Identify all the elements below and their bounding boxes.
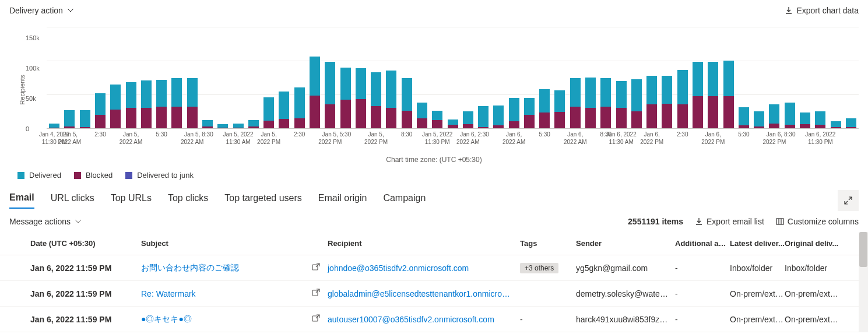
bar[interactable] xyxy=(846,27,856,128)
bar[interactable] xyxy=(171,27,182,128)
th-additional[interactable]: Additional act... xyxy=(675,239,730,248)
swatch-delivered xyxy=(17,172,24,179)
bar[interactable] xyxy=(739,27,749,128)
bar[interactable] xyxy=(708,27,718,128)
swatch-junk xyxy=(125,172,132,179)
bar[interactable] xyxy=(493,27,504,128)
tab-email[interactable]: Email xyxy=(9,192,34,209)
bar[interactable] xyxy=(600,27,611,128)
bar[interactable] xyxy=(524,27,535,128)
bar[interactable] xyxy=(631,27,642,128)
bar[interactable] xyxy=(585,27,596,128)
bar[interactable] xyxy=(693,27,703,128)
bar[interactable] xyxy=(95,27,106,128)
bar[interactable] xyxy=(356,27,366,128)
bar[interactable] xyxy=(126,27,136,128)
tag-badge[interactable]: +3 others xyxy=(520,263,558,273)
bar[interactable] xyxy=(554,27,565,128)
bar[interactable] xyxy=(800,27,810,128)
scrollbar-thumb[interactable] xyxy=(859,232,867,267)
dropdown-label: Delivery action xyxy=(9,6,63,15)
bar[interactable] xyxy=(417,27,427,128)
bar[interactable] xyxy=(141,27,152,128)
cell-subject-link[interactable]: ●◎キセキ●◎ xyxy=(141,314,304,325)
bar[interactable] xyxy=(217,27,228,128)
bar[interactable] xyxy=(340,27,351,128)
expand-button[interactable] xyxy=(838,190,859,211)
export-chart-button[interactable]: Export chart data xyxy=(785,6,859,15)
message-actions-dropdown[interactable]: Message actions xyxy=(9,217,81,226)
th-original[interactable]: Original deliv... xyxy=(785,239,839,248)
tab-top-clicks[interactable]: Top clicks xyxy=(168,193,208,208)
cell-recipient-link[interactable]: autouser10007@o365tisdfv2.onmicrosoft.co… xyxy=(328,315,520,324)
th-date[interactable]: Date (UTC +05:30) xyxy=(30,239,141,248)
bar[interactable] xyxy=(202,27,213,128)
bar[interactable] xyxy=(386,27,396,128)
bar[interactable] xyxy=(402,27,412,128)
tab-top-urls[interactable]: Top URLs xyxy=(111,193,152,208)
bar[interactable] xyxy=(432,27,442,128)
bar[interactable] xyxy=(371,27,381,128)
table-row[interactable]: Jan 6, 2022 11:59 PM Re: Watermark globa… xyxy=(0,281,868,307)
xtick: Jan 6, 202211:30 PM xyxy=(799,131,842,146)
bar[interactable] xyxy=(646,27,657,128)
export-email-list-button[interactable]: Export email list xyxy=(695,217,764,226)
bar[interactable] xyxy=(723,27,734,128)
cell-original: On-prem/exte... xyxy=(785,315,839,324)
bar[interactable] xyxy=(570,27,581,128)
bar[interactable] xyxy=(187,27,198,128)
table-scrollbar[interactable] xyxy=(859,232,868,332)
bar[interactable] xyxy=(49,27,59,128)
th-latest[interactable]: Latest deliver... xyxy=(730,239,785,248)
bar[interactable] xyxy=(80,27,90,128)
bar[interactable] xyxy=(325,27,335,128)
expand-icon xyxy=(844,196,853,205)
bar[interactable] xyxy=(110,27,121,128)
bar[interactable] xyxy=(616,27,627,128)
bar[interactable] xyxy=(662,27,672,128)
chevron-down-icon xyxy=(68,9,73,12)
cell-sender: yg5gkn@gmail.com xyxy=(576,263,675,273)
tab-email-origin[interactable]: Email origin xyxy=(318,193,367,208)
bar[interactable] xyxy=(509,27,519,128)
cell-subject-link[interactable]: Re: Watermark xyxy=(141,289,304,298)
th-recipient[interactable]: Recipient xyxy=(328,239,520,248)
th-sender[interactable]: Sender xyxy=(576,239,675,248)
cell-subject-link[interactable]: お問い合わせ内容のご確認 xyxy=(141,263,304,273)
customize-columns-button[interactable]: Customize columns xyxy=(776,217,859,226)
bar[interactable] xyxy=(64,27,75,128)
bar[interactable] xyxy=(831,27,841,128)
delivery-action-dropdown[interactable]: Delivery action xyxy=(9,6,73,15)
tab-top-targeted[interactable]: Top targeted users xyxy=(224,193,302,208)
tab-campaign[interactable]: Campaign xyxy=(383,193,426,208)
th-tags[interactable]: Tags xyxy=(520,239,576,248)
bar[interactable] xyxy=(310,27,320,128)
bar[interactable] xyxy=(677,27,688,128)
cell-recipient-link[interactable]: johndoe@o365tisdfv2.onmicrosoft.com xyxy=(328,263,520,273)
th-subject[interactable]: Subject xyxy=(141,239,304,248)
bar[interactable] xyxy=(248,27,259,128)
cell-recipient-link[interactable]: globaladmin@e5licensedtesttenantkor1.onm… xyxy=(328,289,520,298)
download-icon xyxy=(695,217,703,226)
outbound-icon xyxy=(304,289,328,298)
bar[interactable] xyxy=(463,27,473,128)
bar[interactable] xyxy=(815,27,825,128)
bar[interactable] xyxy=(448,27,458,128)
columns-icon xyxy=(776,217,784,226)
bar[interactable] xyxy=(263,27,274,128)
bar[interactable] xyxy=(156,27,167,128)
bar[interactable] xyxy=(539,27,550,128)
table-row[interactable]: Jan 6, 2022 11:59 PM お問い合わせ内容のご確認 johndo… xyxy=(0,255,868,281)
bar[interactable] xyxy=(754,27,764,128)
bar[interactable] xyxy=(279,27,289,128)
cell-tags: - xyxy=(520,315,576,324)
legend-junk: Delivered to junk xyxy=(125,171,194,180)
tab-url-clicks[interactable]: URL clicks xyxy=(51,193,94,208)
bar[interactable] xyxy=(233,27,244,128)
table-row[interactable]: Jan 6, 2022 11:59 PM ●◎キセキ●◎ autouser100… xyxy=(0,307,868,332)
svg-rect-2 xyxy=(312,290,318,296)
bar[interactable] xyxy=(769,27,779,128)
bar[interactable] xyxy=(785,27,795,128)
bar[interactable] xyxy=(478,27,489,128)
bar[interactable] xyxy=(294,27,305,128)
